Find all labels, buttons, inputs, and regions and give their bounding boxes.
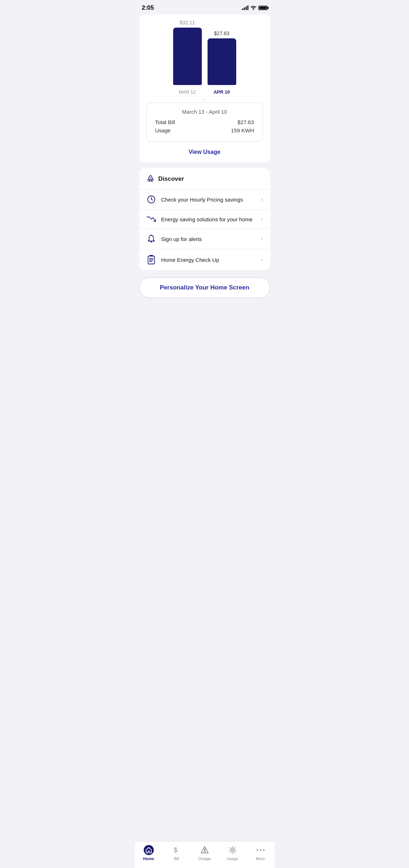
outage-nav-icon — [200, 845, 210, 855]
bottom-nav: Home $ Bill Outage — [135, 841, 275, 868]
discover-card: Discover Check your Hourly Pricing savin… — [139, 168, 270, 270]
svg-point-20 — [257, 849, 258, 851]
bar-group-mar: $32.11 MAR 12 — [173, 20, 202, 95]
usage-nav-icon — [228, 845, 238, 855]
svg-line-16 — [234, 852, 235, 853]
bar-top-label-mar: $32.11 — [180, 20, 195, 25]
svg-point-21 — [260, 849, 261, 851]
bar-top-label-apr: $27.63 — [214, 30, 229, 36]
nav-label-more: More — [256, 857, 265, 861]
discover-item-left-hourly: Check your Hourly Pricing savings — [146, 195, 243, 204]
nav-label-bill: Bill — [174, 857, 179, 861]
bar-chart: $32.11 MAR 12 $27.63 APR 10 — [146, 23, 263, 95]
clock-icon — [146, 195, 156, 204]
battery-icon — [258, 6, 267, 10]
bar-group-apr: $27.63 APR 10 — [208, 30, 236, 95]
rocket-icon — [146, 175, 155, 183]
bill-nav-icon: $ — [172, 845, 182, 855]
svg-line-15 — [230, 848, 231, 849]
chevron-right-icon-energy: › — [261, 216, 263, 222]
svg-point-22 — [263, 849, 265, 851]
more-nav-icon — [256, 845, 266, 855]
svg-point-19 — [232, 849, 234, 851]
discover-item-label-energy: Energy saving solutions for your home — [161, 216, 253, 222]
bar-apr — [208, 38, 236, 85]
chevron-right-icon-alerts: › — [261, 236, 263, 242]
nav-label-outage: Outage — [198, 857, 211, 861]
svg-line-18 — [230, 852, 231, 853]
chevron-right-icon-hourly: › — [261, 196, 263, 203]
signal-icon — [242, 6, 248, 10]
nav-item-bill[interactable]: $ Bill — [166, 845, 187, 861]
scroll-area: $32.11 MAR 12 $27.63 APR 10 March 13 - A… — [135, 14, 275, 338]
discover-item-hourly-pricing[interactable]: Check your Hourly Pricing savings › — [139, 189, 270, 209]
status-bar: 2:05 — [135, 0, 275, 14]
tooltip-bill-value: $27.63 — [238, 119, 254, 125]
chevron-right-icon-checkup: › — [261, 256, 263, 263]
trend-down-icon — [146, 216, 156, 223]
discover-item-label-hourly: Check your Hourly Pricing savings — [161, 197, 243, 203]
bar-bottom-label-apr: APR 10 — [214, 89, 230, 95]
bill-card: $32.11 MAR 12 $27.63 APR 10 March 13 - A… — [139, 14, 270, 162]
bell-icon — [146, 235, 156, 243]
home-nav-icon — [144, 845, 154, 855]
svg-line-17 — [234, 848, 235, 849]
clipboard-icon — [146, 255, 156, 264]
discover-item-left-energy: Energy saving solutions for your home — [146, 216, 253, 223]
discover-item-label-checkup: Home Energy Check Up — [161, 257, 219, 263]
discover-header: Discover — [139, 168, 270, 189]
discover-item-left-checkup: Home Energy Check Up — [146, 255, 219, 264]
discover-item-checkup[interactable]: Home Energy Check Up › — [139, 249, 270, 270]
tooltip-row-bill: Total Bill $27.63 — [155, 119, 254, 125]
nav-label-home: Home — [143, 857, 154, 861]
discover-item-label-alerts: Sign up for alerts — [161, 236, 202, 242]
tooltip-arrow-icon — [201, 98, 208, 103]
discover-item-alerts[interactable]: Sign up for alerts › — [139, 228, 270, 249]
status-icons — [242, 6, 267, 10]
tooltip-usage-label: Usage — [155, 127, 171, 133]
discover-item-left-alerts: Sign up for alerts — [146, 235, 202, 243]
tooltip-usage-value: 159 KWH — [231, 127, 254, 133]
svg-text:$: $ — [174, 846, 177, 854]
tooltip-bill-label: Total Bill — [155, 119, 175, 125]
nav-label-usage: Usage — [227, 857, 238, 861]
discover-title: Discover — [158, 175, 184, 183]
nav-item-more[interactable]: More — [250, 845, 271, 861]
tooltip-date: March 13 - April 10 — [155, 109, 254, 115]
nav-item-home[interactable]: Home — [138, 845, 160, 861]
bar-bottom-label-mar: MAR 12 — [179, 89, 196, 95]
discover-item-energy-saving[interactable]: Energy saving solutions for your home › — [139, 209, 270, 228]
tooltip-container: March 13 - April 10 Total Bill $27.63 Us… — [146, 98, 263, 142]
svg-point-0 — [150, 178, 151, 179]
personalize-button[interactable]: Personalize Your Home Screen — [139, 277, 270, 298]
status-time: 2:05 — [142, 4, 154, 11]
bar-mar — [173, 28, 202, 85]
view-usage-button[interactable]: View Usage — [146, 149, 263, 155]
nav-item-outage[interactable]: Outage — [194, 845, 215, 861]
wifi-icon — [251, 6, 256, 10]
tooltip-row-usage: Usage 159 KWH — [155, 127, 254, 133]
tooltip-box: March 13 - April 10 Total Bill $27.63 Us… — [146, 103, 263, 142]
nav-item-usage[interactable]: Usage — [222, 845, 243, 861]
